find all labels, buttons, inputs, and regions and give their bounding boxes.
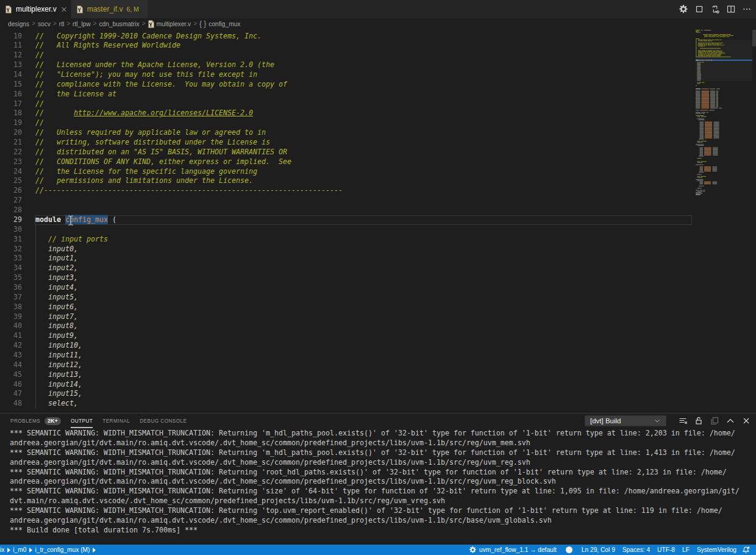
- code-line-13[interactable]: 13// Licensed under the Apache License, …: [0, 60, 692, 70]
- code-line-16[interactable]: 16// the License at: [0, 90, 692, 99]
- code-line-25[interactable]: 25// permissions and limitations under t…: [0, 176, 692, 186]
- square-icon[interactable]: [691, 1, 707, 17]
- code-line-24[interactable]: 24// the License for the specific langua…: [0, 167, 692, 177]
- code-line-31[interactable]: 31 // input ports: [0, 235, 692, 245]
- code-line-39[interactable]: 39 input7,: [0, 312, 692, 322]
- breadcrumb-item-designs[interactable]: designs: [8, 21, 29, 27]
- editor-scrollbar[interactable]: [752, 30, 756, 46]
- notifications-bell[interactable]: [740, 545, 756, 555]
- line-number: 13: [0, 60, 22, 70]
- code-line-12[interactable]: 12//: [0, 51, 692, 60]
- breadcrumb-item-socv[interactable]: socv: [38, 21, 51, 27]
- code-line-41[interactable]: 41 input9,: [0, 331, 692, 341]
- breadcrumb-item-rtl[interactable]: rtl: [59, 21, 65, 27]
- code-line-19[interactable]: 19//: [0, 118, 692, 128]
- open-in-editor-icon: [708, 414, 721, 428]
- breadcrumb-item-config_mux[interactable]: { }config_mux: [199, 20, 240, 28]
- panel-tab-terminal[interactable]: TERMINAL: [102, 414, 130, 428]
- line-number: 40: [0, 321, 22, 331]
- code-editor[interactable]: 10// Copyright 1999-2010 Cadence Design …: [0, 29, 756, 413]
- output-log[interactable]: *** SEMANTIC WARNING: WIDTH_MISMATCH_TRU…: [10, 429, 754, 535]
- dvt-flow-indicator[interactable]: uvm_ref_flow_1.1 → default: [465, 545, 560, 555]
- code-line-27[interactable]: 27: [0, 196, 692, 206]
- code-line-15[interactable]: 15// compliance with the License. You ma…: [0, 80, 692, 90]
- breadcrumb-item-multiplexer.v[interactable]: multiplexer.v: [148, 20, 191, 28]
- code-line-14[interactable]: 14// "License"); you may not use this fi…: [0, 70, 692, 80]
- tab-multiplexer.v[interactable]: multiplexer.v: [0, 0, 71, 18]
- code-line-44[interactable]: 44 input12,: [0, 360, 692, 370]
- code-line-33[interactable]: 33 input1,: [0, 254, 692, 263]
- code-line-34[interactable]: 34 input2,: [0, 263, 692, 273]
- code-line-38[interactable]: 38 input6,: [0, 303, 692, 312]
- panel-tab-problems[interactable]: PROBLEMS2K+: [10, 414, 61, 428]
- code-line-18[interactable]: 18// http://www.apache.org/licenses/LICE…: [0, 109, 692, 118]
- panel-tab-debug-console[interactable]: DEBUG CONSOLE: [140, 414, 187, 428]
- minimap-slider[interactable]: [696, 40, 752, 81]
- close-tab-icon[interactable]: [60, 5, 68, 13]
- breadcrumb-item-cdn_busmatrix[interactable]: cdn_busmatrix: [99, 21, 139, 27]
- eol-sequence[interactable]: LF: [679, 545, 693, 555]
- editor-actions: [676, 0, 756, 18]
- editor-tabs: multiplexer.vmaster_if.v6, M: [0, 0, 148, 18]
- panel-tab-label: DEBUG CONSOLE: [140, 418, 187, 424]
- line-number: 11: [0, 41, 22, 51]
- cursor-position[interactable]: Ln 29, Col 9: [578, 545, 619, 555]
- line-number: 29: [0, 215, 22, 225]
- language-mode[interactable]: SystemVerilog: [693, 545, 740, 555]
- unlock-icon[interactable]: [692, 414, 705, 428]
- panel-tab-label: OUTPUT: [71, 418, 93, 424]
- tab-master_if.v[interactable]: master_if.v6, M: [71, 0, 148, 18]
- split-editor-icon[interactable]: [723, 1, 739, 17]
- code-line-29[interactable]: 29module config_mux (: [0, 215, 692, 225]
- code-line-48[interactable]: 48 select,: [0, 399, 692, 409]
- gear-icon[interactable]: [676, 1, 691, 17]
- hierarchy-segment: ix: [0, 546, 4, 553]
- line-number: 44: [0, 360, 22, 370]
- bottom-panel: PROBLEMS2K+OUTPUTTERMINALDEBUG CONSOLE […: [0, 413, 756, 545]
- code-line-28[interactable]: 28: [0, 206, 692, 215]
- line-number: 46: [0, 380, 22, 390]
- breadcrumb-separator: >: [66, 20, 70, 27]
- code-line-32[interactable]: 32 input0,: [0, 245, 692, 254]
- minimap[interactable]: [696, 29, 752, 413]
- dvt-status-dot[interactable]: [560, 545, 578, 555]
- output-channel-select[interactable]: [dvt] Build: [585, 415, 666, 426]
- code-line-10[interactable]: 10// Copyright 1999-2010 Cadence Design …: [0, 32, 692, 41]
- code-line-45[interactable]: 45 input13,: [0, 370, 692, 380]
- indent-guide: [35, 225, 36, 409]
- statusbar-right: uvm_ref_flow_1.1 → defaultLn 29, Col 9Sp…: [465, 545, 756, 555]
- close-panel-icon[interactable]: [740, 414, 753, 428]
- line-number: 35: [0, 273, 22, 283]
- code-line-30[interactable]: 30: [0, 225, 692, 235]
- code-line-40[interactable]: 40 input8,: [0, 321, 692, 331]
- code-line-21[interactable]: 21// writing, software distributed under…: [0, 138, 692, 148]
- breadcrumb-separator: >: [53, 20, 57, 27]
- panel-tab-output[interactable]: OUTPUT: [71, 414, 93, 428]
- tab-title: multiplexer.v: [16, 5, 57, 13]
- code-line-46[interactable]: 46 input14,: [0, 380, 692, 390]
- code-line-26[interactable]: 26//------------------------------------…: [0, 186, 692, 196]
- code-line-23[interactable]: 23// CONDITIONS OF ANY KIND, either expr…: [0, 157, 692, 167]
- more-actions-icon[interactable]: [739, 1, 755, 17]
- line-number: 24: [0, 167, 22, 177]
- breadcrumb-separator: >: [93, 20, 97, 27]
- encoding[interactable]: UTF-8: [654, 545, 679, 555]
- hierarchy-arrow-icon: [7, 548, 10, 553]
- breadcrumb-item-rtl_lpw[interactable]: rtl_lpw: [73, 21, 90, 27]
- dvt-design-hierarchy[interactable]: ixi_m0i_tr_config_mux (M): [0, 546, 98, 553]
- compare-sync-icon[interactable]: [707, 1, 723, 17]
- line-number: 21: [0, 138, 22, 148]
- code-line-36[interactable]: 36 input4,: [0, 283, 692, 293]
- code-line-20[interactable]: 20// Unless required by applicable law o…: [0, 128, 692, 138]
- code-line-37[interactable]: 37 input5,: [0, 293, 692, 303]
- code-line-42[interactable]: 42 input10,: [0, 341, 692, 351]
- code-line-11[interactable]: 11// All Rights Reserved Worldwide: [0, 41, 692, 51]
- code-line-47[interactable]: 47 input15,: [0, 389, 692, 399]
- code-line-43[interactable]: 43 input11,: [0, 351, 692, 360]
- code-line-17[interactable]: 17//: [0, 99, 692, 109]
- code-line-22[interactable]: 22// distributed on an "AS IS" BASIS, WI…: [0, 148, 692, 157]
- maximize-panel-icon[interactable]: [724, 414, 737, 428]
- code-line-35[interactable]: 35 input3,: [0, 273, 692, 283]
- clear-output-icon[interactable]: [676, 414, 690, 428]
- indentation[interactable]: Spaces: 4: [619, 545, 654, 555]
